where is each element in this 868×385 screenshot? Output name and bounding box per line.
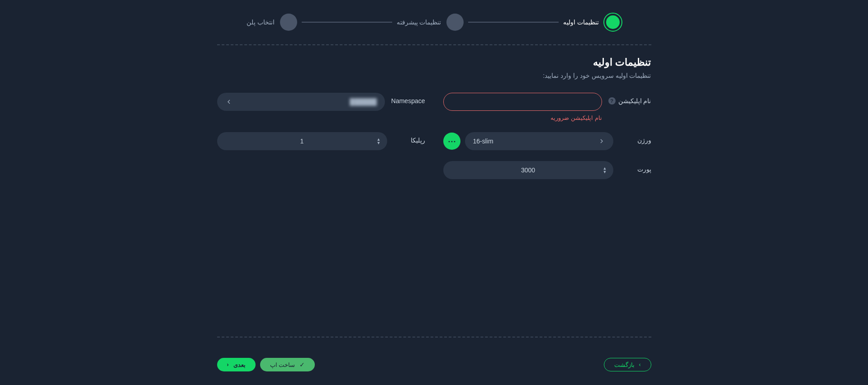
chevron-left-icon [225, 98, 232, 105]
divider-bottom [217, 337, 651, 337]
step-2-circle [446, 14, 464, 31]
back-button[interactable]: › بازگشت [604, 358, 651, 371]
build-button[interactable]: ✓ ساخت اپ [260, 358, 315, 371]
check-icon: ✓ [299, 361, 305, 368]
build-button-label: ساخت اپ [270, 361, 295, 368]
heading-block: تنظیمات اولیه تنظیمات اولیه سرویس خود را… [217, 57, 651, 79]
step-1-circle [604, 14, 621, 31]
page-title: تنظیمات اولیه [217, 57, 651, 68]
replica-stepper: ▲ ▼ [377, 137, 381, 146]
replica-value: 1 [225, 138, 379, 145]
port-input[interactable]: 3000 ▲ ▼ [443, 161, 613, 179]
app-name-input[interactable] [443, 93, 602, 111]
help-icon[interactable]: ? [608, 97, 616, 105]
namespace-dropdown[interactable]: ██████ [217, 93, 385, 111]
chevron-right-icon: › [639, 361, 641, 368]
replica-label: رپلیکا [394, 132, 425, 144]
stepper-down-icon[interactable]: ▼ [603, 170, 607, 174]
version-label: ورژن [620, 132, 651, 144]
next-button-label: بعدی [233, 361, 246, 368]
step-line-2 [302, 22, 392, 23]
page-subtitle: تنظیمات اولیه سرویس خود را وارد نمایید: [217, 72, 651, 79]
footer: › بازگشت ✓ ساخت اپ بعدی ‹ [217, 358, 651, 371]
version-dropdown[interactable]: 16-slim [465, 132, 613, 150]
chevron-left-icon: ‹ [227, 361, 229, 368]
step-1[interactable]: تنظیمات اولیه [563, 14, 621, 31]
step-3-label: انتخاب پلن [247, 19, 275, 26]
back-button-label: بازگشت [614, 361, 635, 368]
next-button[interactable]: بعدی ‹ [217, 358, 256, 371]
version-more-button[interactable]: ⋯ [443, 133, 460, 150]
form-area: نام اپلیکیشن ? نام اپلیکیشن ضروریه Names… [217, 93, 651, 337]
stepper-down-icon[interactable]: ▼ [377, 141, 381, 145]
port-stepper: ▲ ▼ [603, 166, 607, 175]
chevron-right-icon [598, 138, 605, 145]
step-2[interactable]: تنظیمات پیشرفته [397, 14, 464, 31]
replica-input[interactable]: 1 ▲ ▼ [217, 132, 387, 150]
step-1-label: تنظیمات اولیه [563, 19, 599, 26]
app-name-label: نام اپلیکیشن ? [608, 93, 651, 105]
step-3[interactable]: انتخاب پلن [247, 14, 297, 31]
port-value: 3000 [451, 166, 605, 174]
step-line-1 [468, 22, 559, 23]
divider-top [217, 44, 651, 45]
step-2-label: تنظیمات پیشرفته [397, 19, 441, 26]
namespace-value: ██████ [350, 98, 377, 105]
app-name-error: نام اپلیکیشن ضروریه [443, 114, 602, 121]
stepper: تنظیمات اولیه تنظیمات پیشرفته انتخاب پلن [217, 14, 651, 31]
version-value: 16-slim [473, 138, 493, 145]
step-3-circle [280, 14, 297, 31]
namespace-label: Namespace [391, 93, 425, 105]
port-label: پورت [620, 161, 651, 173]
